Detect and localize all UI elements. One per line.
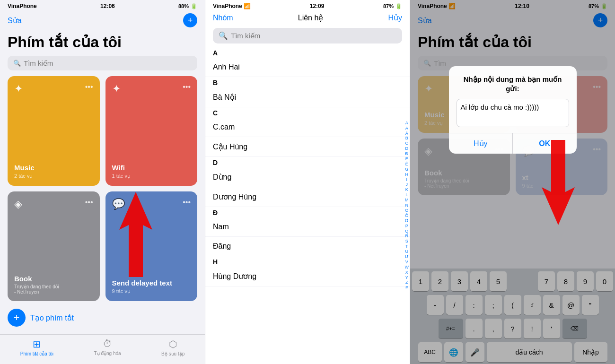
dialog-input[interactable]: Ai lớp du chu cà mo :)))))	[457, 99, 569, 127]
battery-1: 88%	[178, 3, 189, 9]
card-send-delayed[interactable]: 💬 ••• Send delayed text 9 tác vụ	[105, 191, 198, 301]
tab-automation[interactable]: ⏱ Tự động hóa	[94, 338, 121, 356]
shortcuts-tab-icon: ⊞	[33, 338, 41, 350]
indicators-2: 87% 🔋	[383, 3, 402, 9]
card-more-wifi[interactable]: •••	[183, 83, 191, 91]
card-header-book: ◈ •••	[14, 198, 93, 210]
card-footer-wifi: Wifi 1 tác vụ	[112, 164, 191, 179]
card-name-book: Book	[14, 275, 93, 283]
card-header-send: 💬 •••	[112, 198, 191, 210]
contact-dung[interactable]: Dừng	[205, 167, 410, 187]
contacts-search-input[interactable]	[231, 32, 396, 40]
card-more-book[interactable]: •••	[85, 198, 93, 207]
dialog-cancel-button[interactable]: Hủy	[449, 133, 513, 154]
automation-tab-icon: ⏱	[103, 338, 112, 349]
card-music[interactable]: ✦ ••• Music 2 tác vụ	[8, 76, 100, 186]
add-button-1[interactable]: +	[183, 13, 197, 27]
contact-ba-noi[interactable]: Bà Nội	[205, 87, 410, 107]
section-a: A	[205, 47, 410, 58]
page-title-1: Phím tắt của tôi	[0, 31, 205, 56]
dialog-title: Nhập nội dung mà bạn muốn gửi:	[449, 66, 577, 97]
alpha-index: A Ă Â B C D Đ E Ê G H I J K L M N O Ô Ơ …	[405, 47, 409, 364]
battery-2: 87%	[383, 3, 394, 9]
time-1: 12:06	[100, 3, 115, 9]
status-bar-1: VinaPhone 12:06 88% 🔋	[0, 0, 205, 11]
contact-nam[interactable]: Nam	[205, 217, 410, 237]
gallery-tab-label: Bộ sưu tập	[161, 351, 184, 356]
music-icon: ✦	[14, 83, 23, 95]
panel-contacts: VinaPhone 📶 12:09 87% 🔋 Nhóm Liên hệ Hủy…	[205, 0, 410, 364]
tab-bar-1: ⊞ Phím tắt của tôi ⏱ Tự động hóa ⬡ Bộ sư…	[0, 334, 205, 364]
create-circle-icon: +	[8, 309, 26, 327]
search-input-1[interactable]	[24, 59, 192, 67]
section-c: C	[205, 107, 410, 118]
contacts-title: Liên hệ	[298, 13, 324, 22]
card-actions-music: 2 tác vụ	[14, 173, 93, 179]
shortcuts-grid-1: ✦ ••• Music 2 tác vụ ✦ ••• Wifi 1 tác vụ…	[0, 76, 205, 301]
contact-duong-hung[interactable]: Dương Hùng	[205, 187, 410, 207]
section-dd: Đ	[205, 207, 410, 217]
card-actions-send: 9 tác vụ	[112, 288, 191, 295]
automation-tab-label: Tự động hóa	[94, 351, 121, 356]
card-header-wifi: ✦ •••	[112, 83, 191, 95]
contacts-nav: Nhóm Liên hệ Hủy	[205, 11, 410, 28]
edit-button-1[interactable]: Sửa	[8, 16, 22, 25]
search-icon-1: 🔍	[13, 60, 21, 67]
card-footer-send: Send delayed text 9 tác vụ	[112, 279, 191, 295]
contact-ccam[interactable]: C.cam	[205, 118, 410, 137]
carrier-1: VinaPhone	[8, 3, 37, 9]
card-book[interactable]: ◈ ••• Book Truyện đang theo dõi - NetTru…	[8, 191, 100, 301]
card-more-music[interactable]: •••	[85, 83, 93, 91]
card-name-music: Music	[14, 164, 93, 172]
dialog-input-text: Ai lớp du chu cà mo :)))))	[461, 103, 539, 111]
card-actions-book: Truyện đang theo dõi - NetTruyen	[14, 284, 93, 295]
panel-shortcuts-1: VinaPhone 12:06 88% 🔋 Sửa + Phím tắt của…	[0, 0, 205, 364]
card-actions-wifi: 1 tác vụ	[112, 173, 191, 179]
status-bar-2: VinaPhone 📶 12:09 87% 🔋	[205, 0, 410, 11]
message-icon: 💬	[112, 198, 125, 210]
search-bar-1[interactable]: 🔍	[8, 56, 197, 70]
section-b: B	[205, 77, 410, 87]
tab-gallery[interactable]: ⬡ Bộ sưu tập	[161, 338, 184, 356]
card-footer-book: Book Truyện đang theo dõi - NetTruyen	[14, 275, 93, 295]
contact-cau-hung[interactable]: Cậu Hùng	[205, 137, 410, 157]
section-d: D	[205, 157, 410, 167]
book-icon: ◈	[14, 198, 22, 210]
shortcuts-tab-label: Phím tắt của tôi	[20, 351, 53, 356]
contact-hung-duong[interactable]: Hùng Dương	[205, 267, 410, 286]
cancel-contacts-button[interactable]: Hủy	[388, 13, 402, 22]
card-more-send[interactable]: •••	[183, 198, 191, 207]
wifi-icon: ✦	[112, 83, 121, 95]
group-button[interactable]: Nhóm	[213, 14, 233, 22]
gallery-tab-icon: ⬡	[169, 338, 177, 350]
tab-my-shortcuts[interactable]: ⊞ Phím tắt của tôi	[20, 338, 53, 356]
contacts-list[interactable]: A Anh Hai B Bà Nội C C.cam Cậu Hùng D Dừ…	[205, 47, 410, 364]
card-footer-music: Music 2 tác vụ	[14, 164, 93, 179]
search-icon-2: 🔍	[219, 31, 228, 40]
create-shortcut-button[interactable]: + Tạo phím tắt	[0, 301, 205, 334]
dialog-ok-button[interactable]: OK	[513, 133, 577, 154]
time-2: 12:09	[310, 3, 325, 9]
panel-dialog: VinaPhone 📶 12:10 87% 🔋 Sửa + Phím tắt c…	[410, 0, 615, 364]
indicators-1: 88% 🔋	[178, 3, 197, 9]
contacts-search-bar[interactable]: 🔍	[213, 28, 402, 43]
nav-bar-1: Sửa +	[0, 11, 205, 31]
dialog-overlay: Nhập nội dung mà bạn muốn gửi: Ai lớp du…	[410, 0, 615, 364]
carrier-2: VinaPhone 📶	[213, 3, 251, 9]
dialog-box: Nhập nội dung mà bạn muốn gửi: Ai lớp du…	[449, 66, 577, 154]
card-name-wifi: Wifi	[112, 164, 191, 172]
contact-anh-hai[interactable]: Anh Hai	[205, 58, 410, 77]
card-wifi[interactable]: ✦ ••• Wifi 1 tác vụ	[105, 76, 198, 186]
card-name-send: Send delayed text	[112, 279, 191, 287]
contact-dang[interactable]: Đăng	[205, 237, 410, 256]
dialog-actions: Hủy OK	[449, 133, 577, 154]
create-label: Tạo phím tắt	[30, 313, 74, 322]
section-h: H	[205, 256, 410, 267]
card-header-music: ✦ •••	[14, 83, 93, 95]
